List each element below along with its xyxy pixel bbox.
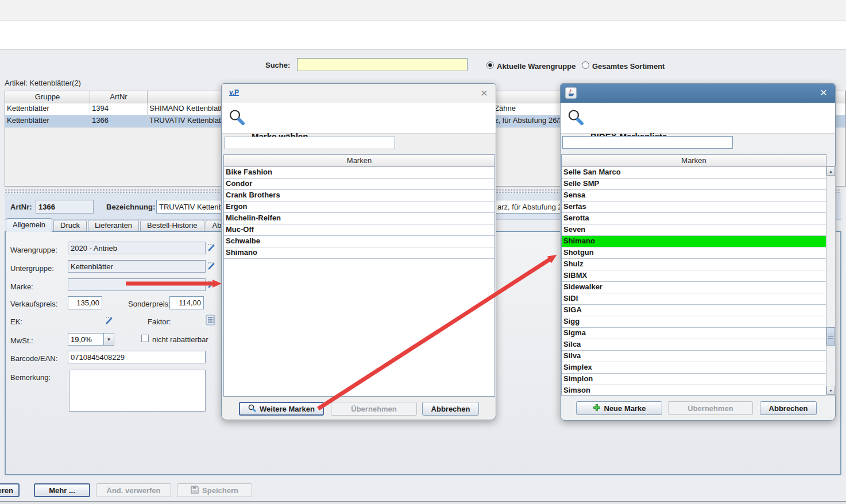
mehr-button[interactable]: Mehr ... (34, 483, 90, 497)
calculator-icon[interactable] (206, 315, 215, 325)
list-item[interactable]: Silva (562, 351, 826, 362)
partial-left-button[interactable]: eren (0, 483, 20, 497)
secondary-band (0, 21, 846, 49)
edit-untergruppe-icon[interactable] (206, 261, 216, 271)
save-icon (191, 486, 199, 495)
list-scrollbar[interactable]: ▲ ▼ (826, 166, 836, 396)
abbrechen-button[interactable]: Abbrechen (422, 402, 479, 416)
uebernehmen-button[interactable]: Übernehmen (668, 401, 753, 415)
scrollbar-thumb[interactable] (826, 327, 835, 346)
tab[interactable]: Lieferanten (88, 220, 139, 231)
verkaufspreis-field[interactable] (68, 296, 102, 309)
bemerkung-textarea[interactable] (69, 370, 206, 412)
bidex-filter-input[interactable] (562, 136, 733, 149)
list-item[interactable]: SIBMX (562, 270, 826, 282)
list-header[interactable]: Marken (562, 155, 826, 167)
dialog-titlebar[interactable]: × (561, 84, 835, 103)
tab[interactable]: Bestell-Historie (140, 220, 204, 231)
radio-gesamtes-sortiment[interactable] (582, 61, 589, 69)
list-item[interactable]: Sidewalker (562, 282, 826, 293)
list-item[interactable]: Sigg (562, 316, 826, 328)
barcode-label: Barcode/EAN: (10, 354, 57, 363)
chevron-down-icon[interactable]: ▼ (103, 333, 114, 346)
bezeichnung-text-fragment: arz, für Abstufung 2 (497, 203, 562, 211)
list-item[interactable]: Seven (562, 224, 826, 236)
barcode-field[interactable] (68, 351, 206, 363)
list-item[interactable]: Shotgun (562, 247, 826, 259)
column-header-artnr[interactable]: ArtNr (90, 91, 148, 103)
tab-strip: AllgemeinDruckLieferantenBestell-Histori… (6, 219, 254, 231)
close-icon[interactable]: × (820, 86, 827, 98)
radio-aktuelle-warengruppe[interactable] (486, 61, 494, 69)
plus-icon (593, 404, 601, 413)
artnr-field[interactable] (36, 200, 94, 214)
marke-field[interactable] (68, 278, 206, 291)
faktor-label: Faktor: (148, 317, 171, 326)
list-item[interactable]: Ergon (224, 201, 495, 213)
warengruppe-field[interactable] (68, 242, 206, 254)
list-item[interactable]: Selle San Marco (562, 167, 826, 179)
tab[interactable]: Druck (53, 220, 87, 231)
search-input[interactable] (297, 58, 468, 71)
list-item[interactable]: Selle SMP (562, 179, 826, 190)
untergruppe-label: Untergruppe: (10, 264, 54, 273)
untergruppe-field[interactable] (68, 260, 206, 273)
list-item[interactable]: SIGA (562, 305, 826, 316)
sonderpreis-field[interactable] (169, 296, 204, 309)
close-icon[interactable]: × (481, 87, 488, 99)
nicht-rabattierbar-label: nicht rabattierbar (152, 335, 208, 344)
list-item[interactable]: Sigma (562, 328, 826, 339)
scroll-down-icon[interactable]: ▼ (826, 386, 835, 395)
list-item[interactable]: Shulz (562, 259, 826, 270)
marke-label: Marke: (10, 282, 33, 291)
edit-marke-icon[interactable] (206, 279, 216, 289)
uebernehmen-button[interactable]: Übernehmen (331, 402, 417, 416)
search-label: Suche: (265, 61, 290, 69)
radio-gesamt-label: Gesamtes Sortiment (592, 62, 665, 71)
list-item[interactable]: Simplon (562, 374, 826, 385)
list-item[interactable]: Bike Fashion (224, 167, 495, 179)
dialog-header: BIDEX-Markenliste (561, 103, 835, 134)
list-item[interactable]: Muc-Off (224, 224, 495, 236)
dialog-titlebar[interactable]: v.P × (222, 84, 496, 103)
list-item[interactable]: Serotta (562, 213, 826, 224)
weitere-marken-button[interactable]: Weitere Marken (239, 402, 324, 416)
marke-filter-input[interactable] (225, 137, 395, 149)
edit-ek-icon[interactable] (104, 315, 114, 325)
mwst-value-field[interactable] (68, 333, 103, 346)
list-header[interactable]: Marken (224, 155, 495, 167)
list-item[interactable]: Shimano (562, 236, 826, 247)
list-item[interactable]: Sensa (562, 190, 826, 201)
verkaufspreis-label: Verkaufspreis: (10, 300, 57, 308)
list-item[interactable]: Schwalbe (224, 236, 495, 247)
scroll-up-icon[interactable]: ▲ (826, 166, 835, 176)
list-item[interactable]: Simplex (562, 362, 826, 374)
list-item[interactable]: SIDI (562, 293, 826, 305)
speichern-button[interactable]: Speichern (177, 483, 252, 497)
nicht-rabattierbar-checkbox[interactable] (141, 335, 149, 342)
sonderpreis-label: Sonderpreis: (128, 300, 171, 308)
neue-marke-button[interactable]: Neue Marke (576, 401, 662, 415)
dialog-header: Marke wählen (222, 103, 496, 134)
tab[interactable]: Allgemein (6, 218, 52, 232)
article-list-title: Artikel: Kettenblätter(2) (5, 79, 81, 87)
radio-aktuelle-label: Aktuelle Warengruppe (497, 62, 575, 71)
search-icon (228, 108, 246, 129)
dialog-bidex-markenliste: × BIDEX-Markenliste Marken Selle San Mar… (560, 83, 836, 421)
list-item[interactable]: Simson (562, 385, 826, 396)
aend-verwerfen-button[interactable]: Änd. verwerfen (96, 483, 171, 497)
mwst-combobox[interactable]: ▼ (68, 333, 114, 346)
list-item[interactable]: Serfas (562, 201, 826, 213)
column-header-gruppe[interactable]: Gruppe (5, 91, 90, 103)
abbrechen-button[interactable]: Abbrechen (760, 401, 817, 415)
edit-warengruppe-icon[interactable] (206, 242, 216, 253)
list-item[interactable]: Shimano (224, 247, 495, 259)
list-item[interactable]: Condor (224, 179, 495, 190)
artnr-label: ArtNr: (10, 203, 32, 211)
list-item[interactable]: Michelin-Reifen (224, 213, 495, 224)
list-item[interactable]: Silca (562, 339, 826, 351)
footer-separator (0, 501, 846, 504)
app-window: Suche: Aktuelle Warengruppe Gesamtes Sor… (0, 0, 846, 504)
app-logo: v.P (229, 88, 239, 96)
list-item[interactable]: Crank Brothers (224, 190, 495, 201)
